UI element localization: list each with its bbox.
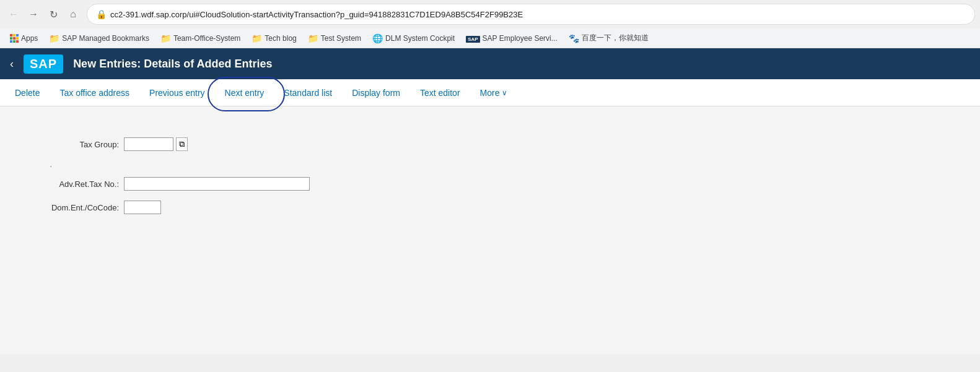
nav-standard-list[interactable]: Standard list xyxy=(274,82,342,104)
sap-logo: SAP xyxy=(24,54,63,74)
more-label: More xyxy=(480,88,500,98)
adv-ret-tax-label: Adv.Ret.Tax No.: xyxy=(25,180,124,189)
nav-previous-entry[interactable]: Previous entry xyxy=(139,82,214,104)
svg-rect-0 xyxy=(10,34,12,37)
apps-label: Apps xyxy=(21,34,38,43)
dot-separator: · xyxy=(50,161,955,172)
svg-rect-5 xyxy=(16,37,19,40)
tech-blog-label: Tech blog xyxy=(265,34,296,43)
tax-group-input[interactable] xyxy=(124,137,173,151)
sap-managed-label: SAP Managed Bookmarks xyxy=(62,34,149,43)
nav-more[interactable]: More ∨ xyxy=(470,82,518,104)
svg-rect-4 xyxy=(13,37,15,40)
svg-rect-2 xyxy=(16,34,19,37)
form-row-tax-group: Tax Group: ⧉ xyxy=(25,137,955,151)
next-entry-label: Next entry xyxy=(225,88,265,98)
dom-ent-input[interactable] xyxy=(124,201,161,214)
dom-ent-label: Dom.Ent./CoCode: xyxy=(25,203,124,212)
svg-rect-6 xyxy=(10,40,12,43)
bookmark-apps[interactable]: Apps xyxy=(5,32,43,45)
svg-rect-7 xyxy=(13,40,15,43)
test-system-label: Test System xyxy=(321,34,361,43)
folder-icon-2: 📁 xyxy=(160,33,171,43)
bookmark-dlm[interactable]: 🌐 DLM System Cockpit xyxy=(367,32,460,45)
home-button[interactable]: ⌂ xyxy=(64,6,82,23)
chevron-down-icon: ∨ xyxy=(502,89,507,97)
tax-group-label: Tax Group: xyxy=(25,140,124,149)
team-office-label: Team-Office-System xyxy=(173,34,240,43)
back-button[interactable]: ← xyxy=(5,6,22,23)
sap-employee-label: SAP Employee Servi... xyxy=(483,34,558,43)
form-row-dom-ent: Dom.Ent./CoCode: xyxy=(25,201,955,214)
dlm-label: DLM System Cockpit xyxy=(385,34,455,43)
nav-buttons: ← → ↻ ⌂ xyxy=(5,6,82,23)
form-container: Tax Group: ⧉ · Adv.Ret.Tax No.: Dom.Ent.… xyxy=(0,125,980,236)
url-text: cc2-391.wdf.sap.corp/ui#CloudSolution-st… xyxy=(110,10,966,19)
bookmark-baidu[interactable]: 🐾 百度一下，你就知道 xyxy=(564,31,654,45)
bookmark-team-office[interactable]: 📁 Team-Office-System xyxy=(155,32,245,45)
folder-icon-3: 📁 xyxy=(252,33,262,43)
sap-header: ‹ SAP New Entries: Details of Added Entr… xyxy=(0,48,980,79)
browser-chrome: ← → ↻ ⌂ 🔒 cc2-391.wdf.sap.corp/ui#CloudS… xyxy=(0,0,980,48)
bookmark-test-system[interactable]: 📁 Test System xyxy=(303,32,366,45)
paw-icon: 🐾 xyxy=(569,33,579,43)
apps-icon xyxy=(10,34,19,43)
bookmark-sap-managed[interactable]: 📁 SAP Managed Bookmarks xyxy=(44,32,154,45)
address-bar[interactable]: 🔒 cc2-391.wdf.sap.corp/ui#CloudSolution-… xyxy=(87,4,975,25)
tax-group-copy-button[interactable]: ⧉ xyxy=(176,137,188,151)
svg-rect-1 xyxy=(13,34,15,37)
nav-text-editor[interactable]: Text editor xyxy=(410,82,470,104)
nav-next-entry[interactable]: Next entry xyxy=(215,82,274,104)
bookmark-sap-employee[interactable]: SAP SAP Employee Servi... xyxy=(461,32,562,45)
baidu-label: 百度一下，你就知道 xyxy=(582,33,649,43)
sap-page-title: New Entries: Details of Added Entries xyxy=(73,58,272,71)
security-icon: 🔒 xyxy=(96,9,107,19)
reload-button[interactable]: ↻ xyxy=(45,6,62,23)
globe-icon: 🌐 xyxy=(372,33,383,43)
nav-menu: Delete Tax office address Previous entry… xyxy=(0,79,980,106)
adv-ret-tax-input[interactable] xyxy=(124,177,310,191)
form-row-adv-ret-tax: Adv.Ret.Tax No.: xyxy=(25,177,955,191)
nav-tax-office-address[interactable]: Tax office address xyxy=(50,82,139,104)
main-content: Tax Group: ⧉ · Adv.Ret.Tax No.: Dom.Ent.… xyxy=(0,106,980,354)
copy-icon: ⧉ xyxy=(179,139,185,149)
bookmark-tech-blog[interactable]: 📁 Tech blog xyxy=(247,32,301,45)
svg-rect-3 xyxy=(10,37,12,40)
folder-icon: 📁 xyxy=(49,33,59,43)
sap-back-button[interactable]: ‹ xyxy=(10,58,14,71)
nav-display-form[interactable]: Display form xyxy=(342,82,410,104)
sap-bm-icon: SAP xyxy=(466,34,479,43)
nav-delete[interactable]: Delete xyxy=(5,82,50,104)
browser-toolbar: ← → ↻ ⌂ 🔒 cc2-391.wdf.sap.corp/ui#CloudS… xyxy=(0,0,980,28)
folder-icon-4: 📁 xyxy=(308,33,318,43)
forward-button[interactable]: → xyxy=(25,6,42,23)
bookmarks-bar: Apps 📁 SAP Managed Bookmarks 📁 Team-Offi… xyxy=(0,28,980,48)
svg-rect-8 xyxy=(16,40,19,43)
